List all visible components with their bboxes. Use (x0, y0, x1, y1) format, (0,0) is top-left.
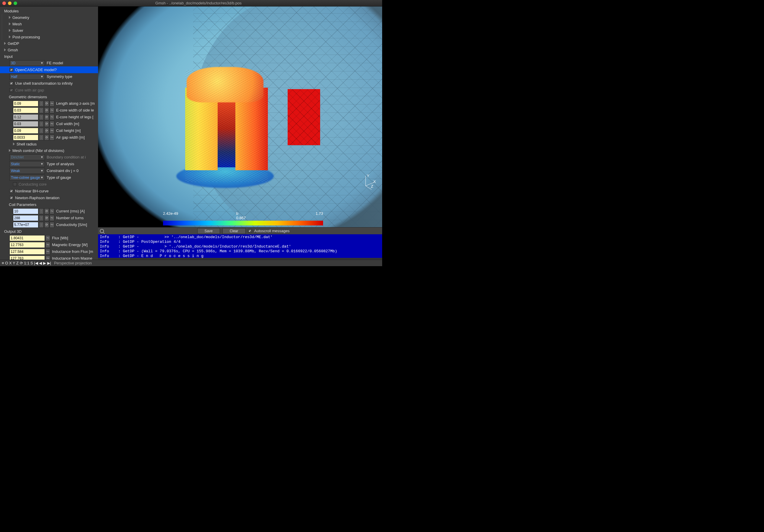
getdp-node[interactable]: GetDP (0, 40, 98, 47)
minimize-icon[interactable] (8, 1, 12, 5)
colorbar-max: 1.73 (316, 211, 323, 220)
status-button[interactable]: ▶ (43, 261, 46, 265)
checkbox-icon: ✔ (9, 88, 13, 92)
gauge-select[interactable]: Tree-cotree gauge▼ Type of gauge (0, 174, 98, 181)
projection-label: Perspective projection (54, 261, 92, 265)
checkbox-icon: ✔ (9, 196, 13, 200)
output3d-header[interactable]: Output 3D (0, 228, 98, 234)
refresh-button[interactable]: ⟳ (44, 114, 49, 120)
module-solver[interactable]: Solver (0, 27, 98, 34)
constraint-select[interactable]: Weak▼ Constraint div j = 0 (0, 167, 98, 174)
graph-button[interactable]: 〜 (46, 235, 50, 241)
coil-input[interactable] (13, 215, 38, 221)
stepper-button[interactable]: : (39, 121, 44, 127)
graph-button[interactable]: 〜 (50, 135, 54, 140)
expand-icon (9, 16, 11, 19)
maximize-icon[interactable] (14, 1, 17, 5)
shell-transform-checkbox[interactable]: ✔ Use shell transformation to infinity (0, 80, 98, 87)
stepper-button[interactable]: : (39, 215, 44, 221)
status-button[interactable]: Z (16, 261, 19, 265)
refresh-button[interactable]: ⟳ (44, 135, 49, 140)
stepper-button[interactable]: : (39, 135, 44, 140)
module-geometry[interactable]: Geometry (0, 14, 98, 21)
opencascade-checkbox[interactable]: ✔ OpenCASCADE model? (0, 66, 98, 73)
3d-viewport[interactable]: 2.42e-49 b0.867 1.73 Y X Z (98, 7, 382, 227)
geodim-row: : ⟳ 〜 E-core width of side le (0, 107, 98, 114)
graph-button[interactable]: 〜 (50, 114, 54, 120)
status-button[interactable]: 1:1 (24, 261, 29, 265)
stepper-button[interactable]: : (39, 208, 44, 214)
refresh-button[interactable]: ⟳ (44, 222, 49, 228)
h-scrollbar[interactable] (98, 258, 382, 260)
status-button[interactable]: ⟳ (20, 261, 23, 265)
graph-button[interactable]: 〜 (50, 222, 54, 228)
checkbox-icon[interactable]: ✔ (248, 229, 252, 233)
output-value (9, 249, 45, 255)
status-button[interactable]: ≡ (2, 261, 4, 265)
stepper-button[interactable]: : (39, 128, 44, 134)
graph-button[interactable]: 〜 (50, 107, 54, 113)
geodim-input[interactable] (13, 114, 38, 120)
graph-button[interactable]: 〜 (46, 242, 50, 248)
clear-button[interactable]: Clear (222, 228, 246, 234)
coil-input[interactable] (13, 222, 38, 228)
graph-button[interactable]: 〜 (50, 215, 54, 221)
graph-button[interactable]: 〜 (50, 121, 54, 127)
geodim-input[interactable] (13, 101, 38, 106)
coil-params-header[interactable]: Coil Parameters (0, 201, 98, 208)
nonlinear-bh-checkbox[interactable]: ✔ Nonlinear BH-curve (0, 188, 98, 195)
geodim-input[interactable] (13, 121, 38, 127)
shell-radius-node[interactable]: Shell radius (0, 141, 98, 147)
graph-button[interactable]: 〜 (50, 101, 54, 106)
geodim-input[interactable] (13, 107, 38, 113)
refresh-button[interactable]: ⟳ (44, 128, 49, 134)
geodim-header[interactable]: Geometric dimensions (0, 93, 98, 100)
modules-header[interactable]: Modules (0, 8, 98, 14)
refresh-button[interactable]: ⟳ (44, 101, 49, 106)
refresh-button[interactable]: ⟳ (44, 215, 49, 221)
stepper-button[interactable]: : (39, 101, 44, 106)
geodim-row: : ⟳ 〜 Air gap width [m] (0, 134, 98, 141)
graph-button[interactable]: 〜 (50, 128, 54, 134)
module-postproc[interactable]: Post-processing (0, 34, 98, 40)
refresh-button[interactable]: ⟳ (44, 121, 49, 127)
status-button[interactable]: |◀ (34, 261, 38, 265)
status-button[interactable]: O (5, 261, 8, 265)
field-vectors (185, 70, 268, 182)
status-button[interactable]: S (30, 261, 33, 265)
newton-raphson-checkbox[interactable]: ✔ Newton-Raphson iteration (0, 195, 98, 201)
geodim-input[interactable] (13, 128, 38, 134)
module-mesh[interactable]: Mesh (0, 21, 98, 27)
input-header[interactable]: Input (0, 53, 98, 60)
coil-cross-section (287, 89, 320, 145)
stepper-button[interactable]: : (39, 107, 44, 113)
status-button[interactable]: ◀ (39, 261, 42, 265)
output-row: 〜 Magnetic Energy [W] (0, 241, 98, 248)
geodim-input[interactable] (13, 135, 38, 140)
refresh-button[interactable]: ⟳ (44, 208, 49, 214)
svg-line-1 (366, 182, 374, 186)
status-button[interactable]: ▶| (47, 261, 51, 265)
coil-row: : ⟳ 〜 Current (rms) [A] (0, 208, 98, 214)
analysis-select[interactable]: Static▼ Type of analysis (0, 161, 98, 167)
gmsh-node[interactable]: Gmsh (0, 47, 98, 53)
status-button[interactable]: X (9, 261, 12, 265)
mesh-control-node[interactable]: Mesh control (Nbr of divisions) (0, 147, 98, 154)
refresh-button[interactable]: ⟳ (44, 107, 49, 113)
symmetry-select[interactable]: Half▼ Symmetry type (0, 73, 98, 80)
output-row: 〜 Inductance from Flux [m (0, 248, 98, 255)
modules-label: Modules (4, 9, 19, 13)
coil-input[interactable] (13, 208, 38, 214)
output-label: Inductance from Magne (52, 256, 93, 260)
search-icon[interactable] (100, 229, 104, 233)
stepper-button[interactable]: : (39, 114, 44, 120)
save-button[interactable]: Save (197, 228, 220, 234)
graph-button[interactable]: 〜 (50, 208, 54, 214)
fe-model-select[interactable]: 3D▼ FE model (0, 60, 98, 66)
status-button[interactable]: Y (13, 261, 15, 265)
graph-button[interactable]: 〜 (46, 255, 50, 260)
graph-button[interactable]: 〜 (46, 249, 50, 255)
stepper-button[interactable]: : (39, 222, 44, 228)
close-icon[interactable] (2, 1, 6, 5)
geodim-row: : ⟳ 〜 Coil width [m] (0, 120, 98, 127)
